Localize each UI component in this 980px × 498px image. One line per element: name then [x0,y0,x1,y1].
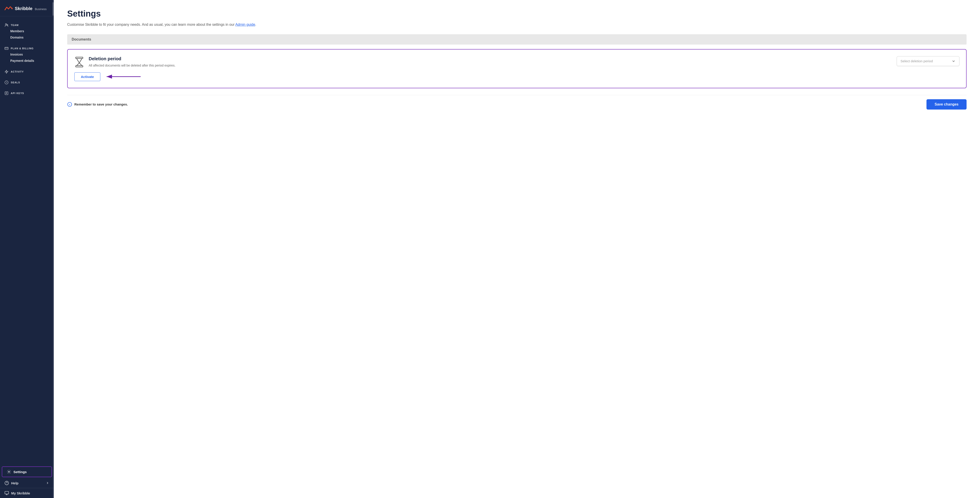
nav-category-seals: SEALS [0,78,54,85]
team-icon [5,23,8,27]
select-placeholder: Select deletion period [900,59,933,63]
nav-category-team: TEAM [0,21,54,28]
main-content: Settings Customise Skribble to fit your … [54,0,980,498]
logo-sub: Business [35,7,46,11]
sidebar-item-payment[interactable]: Payment details [0,57,54,64]
card-top-row: Deletion period All affected documents w… [74,56,959,68]
scrollbar-thumb[interactable] [52,2,54,16]
chevron-right-icon [46,481,49,485]
svg-rect-3 [5,47,8,50]
help-label: Help [11,481,19,485]
nav-category-billing: PLAN & BILLING [0,44,54,51]
deletion-period-card: Deletion period All affected documents w… [67,49,967,88]
annotation-arrow [105,73,145,81]
svg-point-2 [7,24,8,25]
scrollbar-track[interactable] [52,0,54,498]
nav-team-section: TEAM Members Domains [0,19,54,42]
nav-seals-section: SEALS [0,76,54,87]
sidebar-item-invoices[interactable]: Invoices [0,51,54,57]
nav-activity-section: ACTIVITY [0,66,54,76]
sidebar: Skribble Business TEAM Members Domains P… [0,0,54,498]
footer-reminder: Remember to save your changes. [67,102,128,107]
chevron-down-icon [951,59,956,63]
api-keys-icon [5,91,8,95]
svg-point-1 [5,24,7,25]
nav-apikeys-section: API KEYS [0,87,54,98]
section-header-documents: Documents [67,34,967,45]
settings-icon [7,469,11,474]
sidebar-item-myskribble[interactable]: My Skribble [0,488,54,498]
logo-text: Skribble [15,6,32,11]
activate-button[interactable]: Activate [74,72,100,81]
help-icon [5,481,9,485]
card-left: Deletion period All affected documents w… [74,56,890,68]
myskribble-icon [5,491,9,495]
seals-icon [5,80,8,84]
card-text: Deletion period All affected documents w… [89,56,175,68]
billing-icon [5,46,8,50]
skribble-logo-icon [5,5,13,12]
reminder-text: Remember to save your changes. [74,102,128,106]
sidebar-item-settings[interactable]: Settings [2,466,52,477]
footer-bar: Remember to save your changes. Save chan… [67,95,967,110]
svg-rect-17 [76,66,83,67]
sidebar-settings-label: Settings [13,470,27,474]
svg-rect-13 [5,492,9,494]
page-description: Customise Skribble to fit your company n… [67,22,967,27]
svg-rect-16 [76,57,83,59]
myskribble-label: My Skribble [11,491,30,495]
nav-category-apikeys: API KEYS [0,89,54,96]
activity-icon [5,70,8,74]
activate-row: Activate [74,72,959,81]
admin-guide-link[interactable]: Admin guide [235,22,255,26]
save-changes-button[interactable]: Save changes [926,99,967,110]
sidebar-item-members[interactable]: Members [0,28,54,34]
sidebar-item-help[interactable]: Help [0,478,54,488]
deletion-period-desc: All affected documents will be deleted a… [89,63,175,68]
info-icon [67,102,72,107]
page-title: Settings [67,9,967,19]
svg-point-10 [8,471,10,473]
hourglass-icon [74,56,84,68]
nav-category-activity: ACTIVITY [0,67,54,75]
sidebar-item-domains[interactable]: Domains [0,34,54,41]
select-wrapper: Select deletion period [897,56,959,66]
nav-billing-section: PLAN & BILLING Invoices Payment details [0,42,54,66]
deletion-period-title: Deletion period [89,56,175,61]
logo[interactable]: Skribble Business [0,0,54,16]
deletion-period-select[interactable]: Select deletion period [897,56,959,66]
